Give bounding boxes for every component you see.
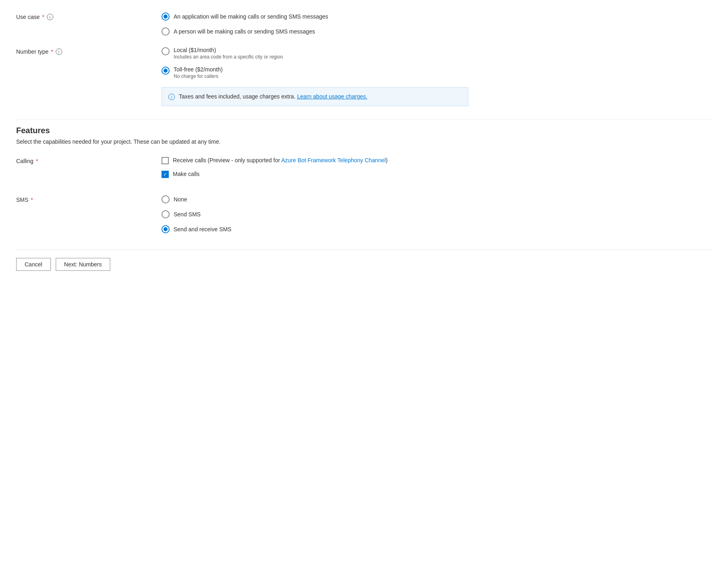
features-title: Features [16,126,712,135]
receive-calls-row[interactable]: Receive calls (Preview - only supported … [162,156,712,164]
features-section: Features Select the capabilities needed … [16,119,712,233]
page-container: Use case * i An application will be maki… [0,0,728,291]
cancel-button[interactable]: Cancel [16,258,51,271]
sms-send-label: Send SMS [174,211,201,218]
number-type-row: Number type * i Local ($1/month) Include… [16,47,712,106]
number-type-label-text: Number type [16,48,48,55]
use-case-option-person[interactable]: A person will be making calls or sending… [162,27,712,36]
calling-row: Calling * Receive calls (Preview - only … [16,156,712,184]
sms-label: SMS * [16,195,162,203]
number-type-local-text: Local ($1/month) Includes an area code f… [174,47,283,60]
number-type-radio-local[interactable] [162,47,170,55]
use-case-required: * [42,14,44,20]
receive-calls-checkbox[interactable] [162,157,169,164]
number-type-required: * [51,48,53,55]
number-type-tollfree-text: Toll-free ($2/month) No charge for calle… [174,66,222,79]
sms-send-receive-option[interactable]: Send and receive SMS [162,225,712,233]
sms-radio-send[interactable] [162,210,170,218]
sms-send-option[interactable]: Send SMS [162,210,712,218]
number-type-options: Local ($1/month) Includes an area code f… [162,47,712,106]
sms-none-label: None [174,196,187,203]
number-type-label: Number type * i [16,47,162,55]
sms-none-option[interactable]: None [162,195,712,203]
sms-radio-none[interactable] [162,195,170,203]
use-case-radio-app[interactable] [162,13,170,21]
use-case-person-label: A person will be making calls or sending… [174,28,315,35]
number-type-radio-tollfree[interactable] [162,67,170,75]
calling-required: * [36,158,38,164]
sms-required: * [31,197,33,203]
use-case-info-icon[interactable]: i [47,14,53,20]
make-calls-label: Make calls [173,170,199,177]
use-case-options: An application will be making calls or s… [162,12,712,36]
use-case-label: Use case * i [16,12,162,20]
number-type-info-icon[interactable]: i [56,48,62,55]
footer-buttons: Cancel Next: Numbers [16,249,712,279]
sms-options: None Send SMS Send and receive SMS [162,195,712,233]
use-case-option-app[interactable]: An application will be making calls or s… [162,12,712,21]
next-button[interactable]: Next: Numbers [56,258,110,271]
sms-radio-send-receive[interactable] [162,225,170,233]
number-type-tollfree-label: Toll-free ($2/month) [174,66,222,73]
sms-row: SMS * None Send SMS Send and receive SMS [16,195,712,233]
sms-send-receive-label: Send and receive SMS [174,226,231,232]
use-case-row: Use case * i An application will be maki… [16,12,712,36]
use-case-app-label: An application will be making calls or s… [174,13,328,20]
number-type-local-label: Local ($1/month) [174,47,283,53]
use-case-label-text: Use case [16,14,40,20]
info-banner: i Taxes and fees included, usage charges… [162,87,468,106]
sms-label-text: SMS [16,197,28,203]
number-type-local-wrapper[interactable]: Local ($1/month) Includes an area code f… [162,47,712,60]
number-type-tollfree-sublabel: No charge for callers [174,73,222,79]
features-subtitle: Select the capabilities needed for your … [16,138,712,145]
azure-bot-link[interactable]: Azure Bot Framework Telephony Channel [281,157,386,163]
info-banner-icon: i [168,94,175,100]
info-banner-text: Taxes and fees included, usage charges e… [179,93,367,100]
use-case-radio-person[interactable] [162,27,170,36]
calling-options: Receive calls (Preview - only supported … [162,156,712,184]
info-banner-link[interactable]: Learn about usage charges. [297,93,367,100]
receive-calls-label: Receive calls (Preview - only supported … [173,156,388,163]
calling-label: Calling * [16,156,162,164]
calling-label-text: Calling [16,158,34,164]
number-type-local-sublabel: Includes an area code from a specific ci… [174,54,283,60]
make-calls-checkbox[interactable] [162,171,169,178]
number-type-tollfree-wrapper[interactable]: Toll-free ($2/month) No charge for calle… [162,66,712,79]
make-calls-row[interactable]: Make calls [162,170,712,178]
